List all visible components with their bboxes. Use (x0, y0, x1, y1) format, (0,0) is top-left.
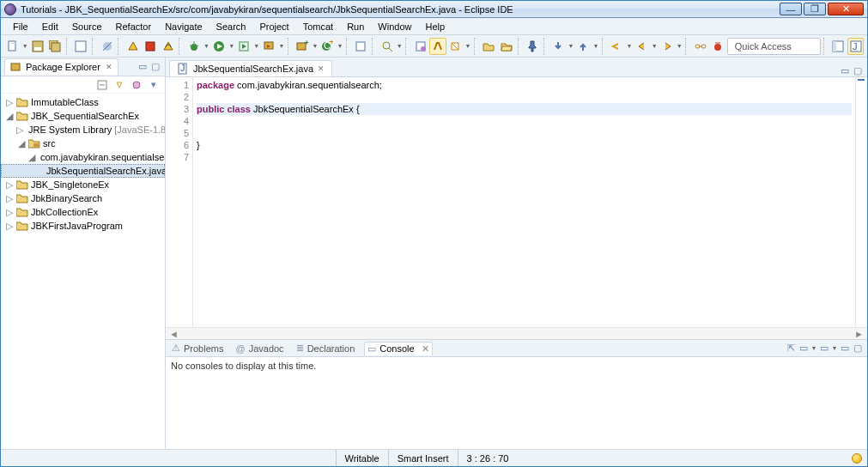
menu-project[interactable]: Project (252, 20, 295, 33)
tab-declaration[interactable]: ≣Declaration (294, 342, 358, 355)
next-annotation-button[interactable] (550, 38, 567, 55)
folder-button[interactable] (481, 38, 497, 55)
pin-button[interactable] (524, 38, 540, 55)
twisty-icon[interactable]: ▷ (4, 207, 14, 218)
dropdown-icon[interactable]: ▼ (203, 43, 210, 49)
menu-edit[interactable]: Edit (35, 20, 65, 33)
dropdown-icon[interactable]: ▼ (592, 43, 599, 49)
menu-refactor[interactable]: Refactor (109, 20, 159, 33)
menu-navigate[interactable]: Navigate (158, 20, 209, 33)
open-perspective-button[interactable] (829, 38, 846, 55)
tomcat-stop-button[interactable] (143, 38, 159, 55)
search-button[interactable] (379, 38, 395, 55)
tree-item[interactable]: ▷JBK_SingletoneEx (1, 178, 165, 191)
prev-annotation-button[interactable] (575, 38, 592, 55)
java-perspective-button[interactable]: J (847, 38, 864, 55)
tab-problems[interactable]: ⚠Problems (169, 342, 226, 355)
tomcat-restart-button[interactable] (160, 38, 176, 55)
twisty-icon[interactable]: ▷ (4, 193, 14, 204)
collapse-all-icon[interactable] (96, 79, 108, 91)
link-button[interactable] (692, 38, 708, 55)
tab-console[interactable]: ▭Console✕ (364, 342, 432, 355)
tip-bulb-icon[interactable] (852, 453, 862, 464)
tree-item[interactable]: ◢JBK_SequentialSearchEx (1, 109, 165, 123)
editor-tab[interactable]: J JbkSequentialSearchEx.java ✕ (169, 60, 332, 76)
menu-help[interactable]: Help (418, 20, 452, 33)
run-button[interactable] (210, 38, 227, 55)
twisty-icon[interactable]: ▷ (4, 179, 14, 191)
open-type-button[interactable] (353, 38, 369, 55)
toggle-button[interactable] (73, 38, 89, 55)
tab-javadoc[interactable]: @Javadoc (233, 343, 286, 355)
twisty-icon[interactable]: ◢ (4, 111, 14, 122)
minimize-button[interactable]: — (780, 3, 802, 15)
minimize-view-icon[interactable]: ▭ (137, 61, 149, 73)
last-edit-button[interactable] (609, 38, 625, 55)
close-icon[interactable]: ✕ (422, 343, 429, 355)
maximize-button[interactable]: ❐ (804, 3, 826, 15)
new-console-icon[interactable]: ▭ (818, 343, 830, 355)
scroll-right-icon[interactable]: ► (854, 329, 864, 339)
dropdown-icon[interactable]: ▼ (312, 43, 319, 49)
link-editor-icon[interactable] (113, 79, 125, 91)
new-package-button[interactable]: + (294, 38, 311, 55)
maximize-view-icon[interactable]: ▢ (852, 343, 864, 355)
new-button[interactable] (4, 38, 21, 55)
close-icon[interactable]: ✕ (106, 63, 112, 71)
project-tree[interactable]: ▷ImmutableClass◢JBK_SequentialSearchEx▷J… (1, 94, 165, 449)
tree-item[interactable]: JJbkSequentialSearchEx.java (1, 164, 165, 178)
tree-item[interactable]: ◢src (1, 136, 165, 150)
twisty-icon[interactable]: ◢ (16, 138, 26, 149)
dropdown-icon[interactable]: ▼ (626, 43, 633, 49)
save-button[interactable] (29, 38, 46, 55)
skip-breakpoints-button[interactable] (99, 38, 115, 55)
focus-task-icon[interactable] (131, 79, 143, 91)
tree-item[interactable]: ▷JbkCollectionEx (1, 205, 165, 219)
dropdown-icon[interactable]: ▼ (278, 43, 285, 49)
tree-item[interactable]: ▷JbkBinarySearch (1, 191, 165, 205)
package-explorer-tab[interactable]: Package Explorer ✕ (4, 58, 118, 75)
tree-item[interactable]: ▷JRE System Library [JavaSE-1.8] (1, 123, 165, 136)
menu-file[interactable]: File (6, 20, 35, 33)
menu-search[interactable]: Search (209, 20, 253, 33)
horizontal-scrollbar[interactable]: ◄ ► (166, 327, 867, 339)
tree-item[interactable]: ▷JBKFirstJavaProgram (1, 219, 165, 233)
open-task-button[interactable] (412, 38, 428, 55)
new-class-button[interactable]: C+ (319, 38, 336, 55)
minimize-view-icon[interactable]: ▭ (839, 343, 851, 355)
menu-run[interactable]: Run (340, 20, 371, 33)
dropdown-icon[interactable]: ▼ (396, 43, 403, 49)
maximize-view-icon[interactable]: ▢ (149, 61, 161, 73)
twisty-icon[interactable]: ▷ (4, 221, 14, 232)
external-tools-button[interactable] (261, 38, 277, 55)
display-console-icon[interactable]: ▭ (798, 343, 810, 355)
maximize-view-icon[interactable]: ▢ (852, 64, 864, 76)
debug-button[interactable] (185, 38, 202, 55)
dropdown-icon[interactable]: ▼ (810, 343, 817, 355)
folder-open-button[interactable] (498, 38, 514, 55)
annotations-button[interactable] (447, 38, 464, 55)
back-button[interactable] (634, 38, 650, 55)
scroll-left-icon[interactable]: ◄ (169, 329, 179, 339)
save-all-button[interactable] (47, 38, 64, 55)
dropdown-icon[interactable]: ▼ (337, 43, 343, 49)
pin-console-icon[interactable]: ⇱ (785, 343, 797, 355)
dropdown-icon[interactable]: ▼ (464, 43, 471, 49)
stop-button[interactable] (709, 38, 725, 55)
tree-item[interactable]: ▷ImmutableClass (1, 95, 165, 109)
close-icon[interactable]: ✕ (318, 64, 325, 73)
menu-source[interactable]: Source (65, 20, 109, 33)
dropdown-icon[interactable]: ▼ (21, 43, 28, 49)
twisty-icon[interactable]: ▷ (4, 97, 14, 108)
dropdown-icon[interactable]: ▼ (253, 43, 260, 49)
overview-ruler[interactable] (855, 77, 867, 327)
code-area[interactable]: package com.javabykiran.sequentialsearch… (193, 77, 855, 327)
run-last-button[interactable] (236, 38, 252, 55)
minimize-view-icon[interactable]: ▭ (839, 64, 851, 76)
twisty-icon[interactable]: ▷ (16, 124, 23, 136)
twisty-icon[interactable]: ◢ (28, 152, 35, 163)
dropdown-icon[interactable]: ▼ (568, 43, 574, 49)
view-menu-icon[interactable]: ▾ (148, 79, 160, 91)
dropdown-icon[interactable]: ▼ (651, 43, 658, 49)
editor-body[interactable]: 1234567 package com.javabykiran.sequenti… (166, 76, 867, 327)
